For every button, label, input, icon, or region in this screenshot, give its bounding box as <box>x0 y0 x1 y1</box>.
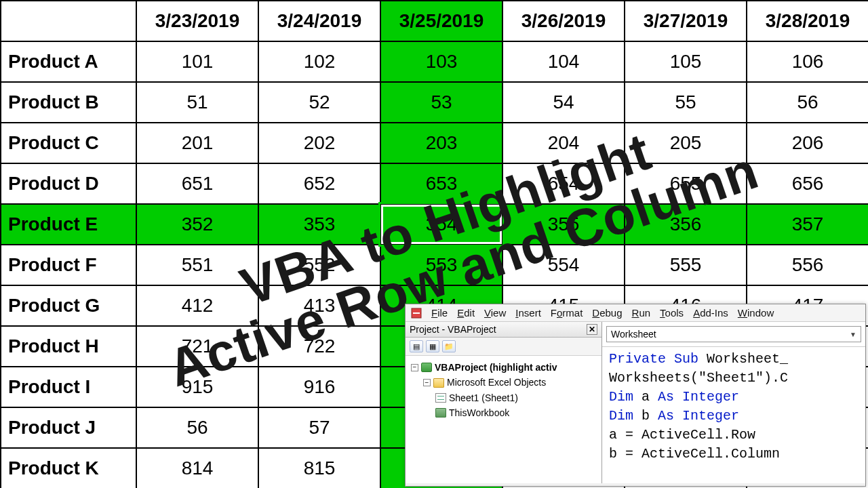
data-cell[interactable]: 653 <box>380 163 502 204</box>
tree-project-node[interactable]: − VBAProject (highlight activ <box>411 360 599 375</box>
tree-sheet-node[interactable]: Sheet1 (Sheet1) <box>411 390 599 405</box>
code-editor[interactable]: Private Sub Worksheet_Worksheets("Sheet1… <box>602 346 865 483</box>
header-date[interactable]: 3/23/2019 <box>136 1 258 41</box>
row-label[interactable]: Product A <box>1 41 136 82</box>
data-cell[interactable]: 356 <box>625 204 747 245</box>
data-cell[interactable]: 553 <box>380 245 502 285</box>
data-cell[interactable]: 656 <box>747 163 868 204</box>
data-cell[interactable]: 104 <box>502 41 625 82</box>
vba-editor-window[interactable]: File Edit View Insert Format Debug Run T… <box>405 304 866 487</box>
data-cell[interactable]: 355 <box>502 204 625 245</box>
data-cell[interactable]: 353 <box>258 204 380 245</box>
data-cell[interactable]: 53 <box>380 82 502 123</box>
data-cell[interactable]: 202 <box>258 123 380 163</box>
menu-insert[interactable]: Insert <box>515 307 541 319</box>
tree-sheet-label: Sheet1 (Sheet1) <box>449 390 518 405</box>
data-cell[interactable]: 56 <box>747 82 868 123</box>
header-date[interactable]: 3/24/2019 <box>258 1 380 41</box>
menu-file[interactable]: File <box>431 307 448 319</box>
data-cell[interactable]: 555 <box>625 245 747 285</box>
project-tree[interactable]: − VBAProject (highlight activ − Microsof… <box>406 356 601 483</box>
object-dropdown[interactable]: Worksheet ▼ <box>606 326 861 342</box>
row-label[interactable]: Product I <box>1 367 136 407</box>
data-cell[interactable]: 916 <box>258 367 380 407</box>
row-label[interactable]: Product F <box>1 245 136 285</box>
menu-window[interactable]: Window <box>738 307 774 319</box>
data-cell[interactable]: 357 <box>747 204 868 245</box>
header-date[interactable]: 3/28/2019 <box>747 1 868 41</box>
data-cell[interactable]: 106 <box>747 41 868 82</box>
view-object-icon[interactable]: ▦ <box>426 340 439 352</box>
data-cell[interactable]: 105 <box>625 41 747 82</box>
header-row: 3/23/2019 3/24/2019 3/25/2019 3/26/2019 … <box>1 1 868 41</box>
row-label[interactable]: Product K <box>1 448 136 488</box>
project-toolbar[interactable]: ▤ ▦ 📁 <box>406 338 601 356</box>
data-cell[interactable]: 203 <box>380 123 502 163</box>
data-cell[interactable]: 201 <box>136 123 258 163</box>
toggle-folders-icon[interactable]: 📁 <box>442 340 456 352</box>
collapse-icon[interactable]: − <box>423 379 431 386</box>
data-cell[interactable]: 352 <box>136 204 258 245</box>
table-row: Product E352353354355356357 <box>1 204 868 245</box>
row-label[interactable]: Product D <box>1 163 136 204</box>
menu-tools[interactable]: Tools <box>660 307 684 319</box>
data-cell[interactable]: 721 <box>136 326 258 367</box>
data-cell[interactable]: 412 <box>136 285 258 326</box>
view-code-icon[interactable]: ▤ <box>410 340 423 352</box>
data-cell[interactable]: 205 <box>625 123 747 163</box>
data-cell[interactable]: 101 <box>136 41 258 82</box>
data-cell[interactable]: 51 <box>136 82 258 123</box>
row-label[interactable]: Product E <box>1 204 136 245</box>
row-label[interactable]: Product H <box>1 326 136 367</box>
data-cell[interactable]: 722 <box>258 326 380 367</box>
menu-format[interactable]: Format <box>551 307 583 319</box>
data-cell[interactable]: 206 <box>747 123 868 163</box>
header-date[interactable]: 3/26/2019 <box>502 1 625 41</box>
project-panel-title: Project - VBAProject <box>410 324 496 335</box>
menu-addins[interactable]: Add-Ins <box>693 307 728 319</box>
data-cell[interactable]: 654 <box>502 163 625 204</box>
data-cell[interactable]: 204 <box>502 123 625 163</box>
data-cell[interactable]: 57 <box>258 407 380 448</box>
collapse-icon[interactable]: − <box>411 364 418 371</box>
data-cell[interactable]: 54 <box>502 82 625 123</box>
data-cell[interactable]: 551 <box>136 245 258 285</box>
chevron-down-icon: ▼ <box>850 331 856 338</box>
menu-debug[interactable]: Debug <box>592 307 622 319</box>
table-row: Product A101102103104105106 <box>1 41 868 82</box>
row-label[interactable]: Product G <box>1 285 136 326</box>
data-cell[interactable]: 915 <box>136 367 258 407</box>
project-explorer-panel[interactable]: Project - VBAProject ✕ ▤ ▦ 📁 − VBAProjec… <box>406 322 602 483</box>
data-cell[interactable]: 651 <box>136 163 258 204</box>
close-icon[interactable]: ✕ <box>587 324 597 335</box>
data-cell[interactable]: 556 <box>747 245 868 285</box>
row-label[interactable]: Product B <box>1 82 136 123</box>
data-cell[interactable]: 655 <box>625 163 747 204</box>
code-panel[interactable]: Worksheet ▼ Private Sub Worksheet_Worksh… <box>602 322 865 483</box>
data-cell[interactable]: 52 <box>258 82 380 123</box>
data-cell[interactable]: 103 <box>380 41 502 82</box>
header-date[interactable]: 3/25/2019 <box>380 1 502 41</box>
data-cell[interactable]: 815 <box>258 448 380 488</box>
data-cell[interactable]: 552 <box>258 245 380 285</box>
header-date[interactable]: 3/27/2019 <box>625 1 747 41</box>
data-cell[interactable]: 102 <box>258 41 380 82</box>
data-cell[interactable]: 354 <box>380 204 502 245</box>
row-label[interactable]: Product C <box>1 123 136 163</box>
data-cell[interactable]: 814 <box>136 448 258 488</box>
row-label[interactable]: Product J <box>1 407 136 448</box>
project-icon <box>421 363 432 372</box>
data-cell[interactable]: 55 <box>625 82 747 123</box>
vba-menubar[interactable]: File Edit View Insert Format Debug Run T… <box>406 304 865 322</box>
data-cell[interactable]: 56 <box>136 407 258 448</box>
data-cell[interactable]: 413 <box>258 285 380 326</box>
corner-cell <box>1 1 136 41</box>
data-cell[interactable]: 652 <box>258 163 380 204</box>
menu-run[interactable]: Run <box>632 307 651 319</box>
menu-view[interactable]: View <box>484 307 506 319</box>
tree-workbook-node[interactable]: ThisWorkbook <box>411 405 599 420</box>
data-cell[interactable]: 554 <box>502 245 625 285</box>
tree-workbook-label: ThisWorkbook <box>449 405 509 420</box>
menu-edit[interactable]: Edit <box>457 307 475 319</box>
tree-folder-node[interactable]: − Microsoft Excel Objects <box>411 375 599 390</box>
